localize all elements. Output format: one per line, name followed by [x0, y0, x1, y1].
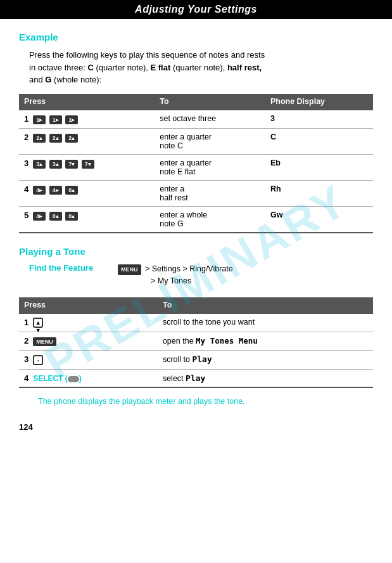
key-button: 2▴	[65, 134, 78, 143]
key-button: 2▴	[49, 134, 62, 143]
row-cell-display: C	[265, 128, 373, 154]
row-cell-press: 5 4▸ 0▴ 0▴	[19, 206, 155, 233]
row-cell-desc: set octave three	[155, 110, 265, 129]
row-cell-press: 2 2▴ 2▴ 2▴	[19, 128, 155, 154]
key-button: 7▾	[82, 160, 94, 169]
table-row: 2 2▴ 2▴ 2▴ enter a quarternote C C	[19, 128, 373, 154]
page-number: 124	[19, 422, 373, 432]
nav-icon: ·	[33, 355, 43, 365]
table-row: 5 4▸ 0▴ 0▴ enter a wholenote G Gw	[19, 206, 373, 233]
example-heading: Example	[19, 32, 373, 42]
table-row: 1 ▲▼ scroll to the tone you want	[19, 313, 373, 332]
row-cell-press: 3 3▴ 3▴ 7▾ 7▾	[19, 154, 155, 180]
scroll-icon: ▲▼	[33, 318, 43, 328]
key-button: 1▸	[49, 115, 62, 124]
key-button: 0▴	[65, 186, 78, 195]
row-cell-press: 4 4▸ 4▸ 0▴	[19, 180, 155, 206]
key-button: 3▴	[49, 160, 62, 169]
example-table: Press To Phone Display 1 1▸ 1▸ 1▸ set oc…	[19, 94, 373, 233]
key-button: 4▸	[33, 212, 46, 221]
row-cell-display: Gw	[265, 206, 373, 233]
row-cell-press: 1 1▸ 1▸ 1▸	[19, 110, 155, 129]
tone-table: Press To 1 ▲▼ scroll to the tone you wan…	[19, 297, 373, 388]
key-button: 1▸	[65, 115, 78, 124]
body-text-line1: Press the following keys to play this se…	[29, 50, 265, 84]
row-cell-desc: enter ahalf rest	[155, 180, 265, 206]
table-row: 2 MENU open the My Tones Menu	[19, 332, 373, 351]
menu-button-icon: MENU	[33, 337, 56, 346]
table-row: 3 3▴ 3▴ 7▾ 7▾ enter a quarternote E flat…	[19, 154, 373, 180]
key-button: 2▴	[33, 134, 46, 143]
find-feature-path: MENU > Settings > Ring/Vibrate > My Tone…	[118, 263, 233, 287]
row-cell-desc: enter a quarternote E flat	[155, 154, 265, 180]
table-row: 1 1▸ 1▸ 1▸ set octave three 3	[19, 110, 373, 129]
page-header: Adjusting Your Settings	[0, 0, 392, 19]
row-cell-desc: enter a wholenote G	[155, 206, 265, 233]
tone-row-desc: select Play	[158, 370, 373, 388]
tone-row-press: 2 MENU	[19, 332, 158, 351]
tone-row-press: 3 ·	[19, 351, 158, 370]
select-close-paren: )	[79, 374, 82, 383]
tone-row-desc: open the My Tones Menu	[158, 332, 373, 351]
play-label-3: Play	[192, 354, 212, 364]
key-button: 0▴	[49, 212, 62, 221]
tone-col-press: Press	[19, 297, 158, 313]
row-cell-display: 3	[265, 110, 373, 129]
extra-note: The phone displays the playback meter an…	[19, 394, 373, 410]
tone-row-press: 4 SELECT ()	[19, 370, 158, 388]
tone-row-desc: scroll to the tone you want	[158, 313, 373, 332]
find-feature-label: Find the Feature	[29, 263, 105, 273]
table-row: 4 SELECT () select Play	[19, 370, 373, 388]
key-button: 4▸	[49, 186, 62, 195]
key-button: 7▾	[65, 160, 78, 169]
key-button: 3▴	[33, 160, 46, 169]
table-row: 3 · scroll to Play	[19, 351, 373, 370]
tone-row-press: 1 ▲▼	[19, 313, 158, 332]
col-phone-display: Phone Display	[265, 94, 373, 110]
select-button: SELECT (	[33, 374, 68, 383]
play-label-4: Play	[186, 373, 205, 383]
tone-row-desc: scroll to Play	[158, 351, 373, 370]
my-tones-menu-text: My Tones Menu	[196, 336, 258, 346]
key-button: 0▴	[65, 212, 78, 221]
key-button: 1▸	[33, 115, 46, 124]
select-icon	[68, 376, 79, 382]
find-feature-box: Find the Feature MENU > Settings > Ring/…	[19, 263, 373, 287]
playing-tone-heading: Playing a Tone	[19, 246, 373, 257]
page-title: Adjusting Your Settings	[135, 4, 257, 15]
table-row: 4 4▸ 4▸ 0▴ enter ahalf rest Rh	[19, 180, 373, 206]
key-button: 4▸	[33, 186, 46, 195]
col-to: To	[155, 94, 265, 110]
row-cell-display: Rh	[265, 180, 373, 206]
col-press: Press	[19, 94, 155, 110]
example-description: Press the following keys to play this se…	[19, 49, 373, 86]
row-cell-desc: enter a quarternote C	[155, 128, 265, 154]
row-cell-display: Eb	[265, 154, 373, 180]
menu-icon: MENU	[118, 264, 141, 276]
tone-col-to: To	[158, 297, 373, 313]
